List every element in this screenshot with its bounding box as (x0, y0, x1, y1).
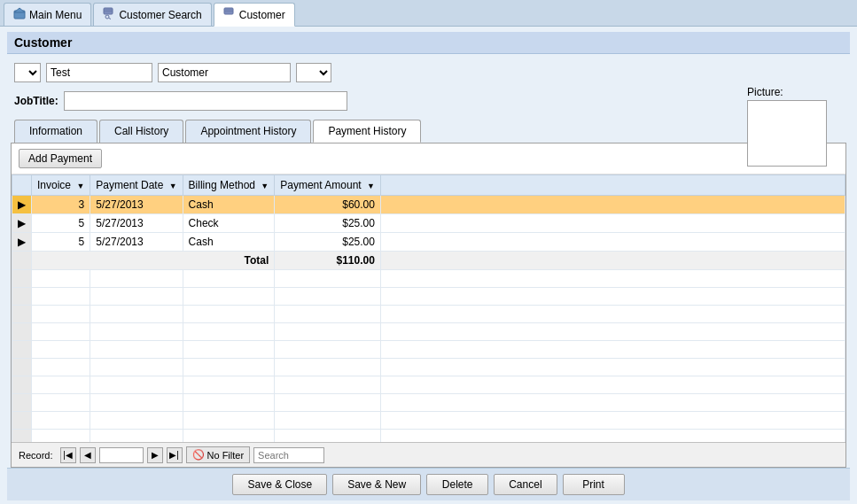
empty-row-selector (12, 270, 32, 288)
jobtitle-label: JobTitle: (14, 95, 58, 107)
empty-method (183, 288, 275, 306)
jobtitle-input[interactable] (64, 91, 347, 111)
empty-amount (275, 288, 381, 306)
empty-amount (275, 394, 381, 412)
picture-label: Picture: (747, 86, 836, 98)
empty-row (12, 412, 845, 430)
total-amount: $110.00 (275, 252, 381, 270)
empty-row-selector (12, 323, 32, 341)
col-amount-label: Payment Amount (280, 179, 361, 191)
date-sort-icon: ▼ (169, 182, 177, 190)
search-tab-icon (103, 7, 115, 22)
tab-appointment-history[interactable]: Appointment History (185, 120, 311, 143)
suffix-dropdown[interactable]: Jr Sr II (296, 63, 331, 82)
first-name-input[interactable] (46, 63, 152, 82)
tab-call-history-label: Call History (114, 125, 168, 137)
empty-date (90, 376, 183, 394)
no-filter-label: No Filter (207, 450, 245, 461)
empty-date (90, 288, 183, 306)
col-date-header[interactable]: Payment Date ▼ (90, 175, 183, 196)
empty-invoice (32, 288, 90, 306)
tab-payment-history[interactable]: Payment History (313, 120, 421, 143)
col-method-header[interactable]: Billing Method ▼ (183, 175, 275, 196)
no-filter-button[interactable]: 🚫 No Filter (186, 446, 251, 463)
table-row[interactable]: ▶ 5 5/27/2013 Cash $25.00 (12, 233, 845, 252)
record-nav: Record: |◀ ◀ ▶ ▶| 🚫 No Filter (12, 442, 845, 467)
empty-amount (275, 412, 381, 430)
print-button[interactable]: Print (563, 474, 625, 495)
tab-information[interactable]: Information (14, 120, 97, 143)
empty-invoice (32, 394, 90, 412)
tab-call-history[interactable]: Call History (99, 120, 183, 143)
svg-rect-2 (104, 8, 113, 14)
tab-appointment-history-label: Appointment History (200, 125, 296, 137)
customer-tab-icon (223, 7, 236, 22)
empty-date (90, 306, 183, 323)
cell-invoice: 5 (32, 233, 90, 252)
tab-customer-search[interactable]: Customer Search (93, 3, 211, 26)
empty-invoice (32, 430, 90, 443)
empty-extra (380, 323, 845, 341)
row-selector: ▶ (12, 233, 32, 252)
invoice-sort-icon: ▼ (76, 182, 84, 190)
add-payment-row: Add Payment (12, 143, 845, 174)
add-payment-button[interactable]: Add Payment (19, 149, 102, 168)
empty-date (90, 270, 183, 288)
empty-row-selector (12, 376, 32, 394)
nav-last-button[interactable]: ▶| (167, 447, 183, 463)
empty-invoice (32, 412, 90, 430)
nav-next-button[interactable]: ▶ (147, 447, 163, 463)
tab-customer-label: Customer (239, 9, 285, 21)
empty-amount (275, 306, 381, 323)
table-row[interactable]: ▶ 3 5/27/2013 Cash $60.00 (12, 196, 845, 214)
empty-method (183, 376, 275, 394)
cell-amount: $25.00 (275, 233, 381, 252)
empty-invoice (32, 270, 90, 288)
nav-first-button[interactable]: |◀ (60, 447, 76, 463)
empty-row (12, 394, 845, 412)
bottom-bar: Save & Close Save & New Delete Cancel Pr… (7, 468, 850, 500)
empty-row-selector (12, 430, 32, 443)
empty-invoice (32, 341, 90, 359)
cell-extra (380, 196, 845, 214)
table-row[interactable]: ▶ 5 5/27/2013 Check $25.00 (12, 214, 845, 233)
jobtitle-row: JobTitle: (14, 91, 843, 111)
record-nav-input[interactable] (99, 447, 144, 463)
empty-extra (380, 359, 845, 376)
empty-method (183, 394, 275, 412)
picture-area: Picture: (747, 86, 836, 167)
tab-information-label: Information (29, 125, 82, 137)
empty-method (183, 323, 275, 341)
save-new-button[interactable]: Save & New (332, 474, 421, 495)
empty-row (12, 341, 845, 359)
search-input[interactable] (253, 447, 324, 463)
cancel-label: Cancel (509, 478, 541, 491)
empty-method (183, 270, 275, 288)
cell-extra (380, 214, 845, 233)
empty-amount (275, 270, 381, 288)
cell-invoice: 5 (32, 214, 90, 233)
cell-date: 5/27/2013 (90, 196, 183, 214)
empty-row (12, 376, 845, 394)
col-invoice-header[interactable]: Invoice ▼ (32, 175, 90, 196)
col-amount-header[interactable]: Payment Amount ▼ (275, 175, 381, 196)
empty-date (90, 359, 183, 376)
method-sort-icon: ▼ (261, 182, 269, 190)
last-name-input[interactable] (158, 63, 291, 82)
empty-amount (275, 359, 381, 376)
tab-customer[interactable]: Customer (214, 3, 295, 27)
empty-method (183, 306, 275, 323)
nav-prev-button[interactable]: ◀ (80, 447, 96, 463)
empty-extra (380, 376, 845, 394)
prefix-dropdown[interactable]: Mr Ms Dr (14, 63, 41, 82)
cancel-button[interactable]: Cancel (494, 474, 557, 495)
empty-extra (380, 341, 845, 359)
save-close-button[interactable]: Save & Close (232, 474, 327, 495)
cell-date: 5/27/2013 (90, 214, 183, 233)
tab-main-menu[interactable]: Main Menu (4, 3, 91, 26)
empty-amount (275, 341, 381, 359)
empty-row (12, 359, 845, 376)
delete-button[interactable]: Delete (426, 474, 488, 495)
empty-row (12, 430, 845, 443)
empty-invoice (32, 359, 90, 376)
